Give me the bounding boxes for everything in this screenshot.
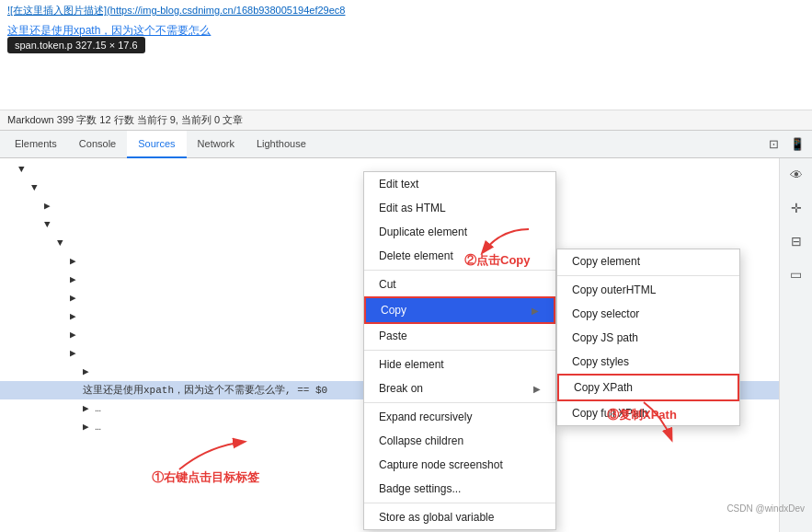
right-icons-panel: 👁 ✛ ⊟ ▭: [779, 158, 812, 532]
submenu-item-copy-js-path[interactable]: Copy JS path: [557, 326, 739, 350]
context-menu-item-copy[interactable]: Copy▶: [364, 296, 555, 324]
copy-submenu: Copy elementCopy outerHTMLCopy selectorC…: [556, 249, 740, 426]
context-menu-item-delete-element[interactable]: Delete element: [364, 244, 555, 268]
tab-console[interactable]: Console: [68, 131, 127, 158]
element-tooltip: span.token.p 327.15 × 17.6: [7, 37, 145, 53]
layout-icon[interactable]: ⊟: [783, 228, 809, 254]
context-menu-item-break-on[interactable]: Break on▶: [364, 376, 555, 400]
context-menu: Edit textEdit as HTMLDuplicate elementDe…: [363, 171, 556, 530]
submenu-item-copy-selector[interactable]: Copy selector: [557, 302, 739, 326]
context-menu-item-badge-settings...[interactable]: Badge settings...: [364, 477, 555, 501]
submenu-item-copy-full-xpath[interactable]: Copy full XPath: [557, 401, 739, 425]
context-menu-item-hide-element[interactable]: Hide element: [364, 353, 555, 376]
tab-lighthouse[interactable]: Lighthouse: [246, 131, 317, 158]
menu-divider: [364, 270, 555, 271]
image-link: ![在这里插入图片描述](https://img-blog.csdnimg.cn…: [7, 4, 805, 17]
device-icon[interactable]: 📱: [786, 133, 808, 156]
context-menu-item-edit-as-html[interactable]: Edit as HTML: [364, 196, 555, 220]
markdown-status: Markdown 399 字数 12 行数 当前行 9, 当前列 0 文章: [7, 113, 243, 127]
tab-sources[interactable]: Sources: [127, 131, 186, 158]
watermark: CSDN @windxDev: [726, 503, 805, 514]
markdown-bar: Markdown 399 字数 12 行数 当前行 9, 当前列 0 文章: [0, 110, 812, 131]
context-menu-item-capture-node-screenshot[interactable]: Capture node screenshot: [364, 453, 555, 477]
eye-icon[interactable]: 👁: [783, 162, 809, 188]
tab-elements[interactable]: Elements: [4, 131, 68, 158]
context-menu-item-paste[interactable]: Paste: [364, 324, 555, 348]
context-menu-item-store-as-global-variable[interactable]: Store as global variable: [364, 505, 555, 529]
context-menu-item-edit-text[interactable]: Edit text: [364, 172, 555, 196]
context-menu-item-expand-recursively[interactable]: Expand recursively: [364, 405, 555, 429]
menu-divider: [364, 402, 555, 403]
cursor-icon[interactable]: ✛: [783, 195, 809, 221]
inspect-icon[interactable]: ⊡: [762, 133, 784, 156]
menu-divider: [364, 503, 555, 503]
context-menu-item-collapse-children[interactable]: Collapse children: [364, 429, 555, 453]
submenu-item-copy-outerhtml[interactable]: Copy outerHTML: [557, 278, 739, 302]
devtools-tabs-bar: Elements Console Sources Network Lightho…: [0, 131, 812, 158]
devtools-main: ▼ ▼ ▶ ▼ ▼ ▶ ▶ ▶ ▶ ▶ ▶ ▶ 这里还是使用xpath，因为这个…: [0, 158, 812, 532]
tab-network[interactable]: Network: [187, 131, 246, 158]
submenu-item-copy-element[interactable]: Copy element: [557, 249, 739, 273]
context-menu-item-cut[interactable]: Cut: [364, 272, 555, 296]
blog-content-area: ![在这里插入图片描述](https://img-blog.csdnimg.cn…: [0, 0, 812, 110]
submenu-item-copy-xpath[interactable]: Copy XPath: [557, 374, 739, 401]
submenu-item-copy-styles[interactable]: Copy styles: [557, 350, 739, 374]
submenu-divider: [557, 275, 739, 276]
context-menu-item-duplicate-element[interactable]: Duplicate element: [364, 220, 555, 244]
menu-divider: [364, 350, 555, 351]
screen-icon[interactable]: ▭: [783, 261, 809, 287]
devtools-icons: ⊡ 📱: [762, 133, 808, 156]
